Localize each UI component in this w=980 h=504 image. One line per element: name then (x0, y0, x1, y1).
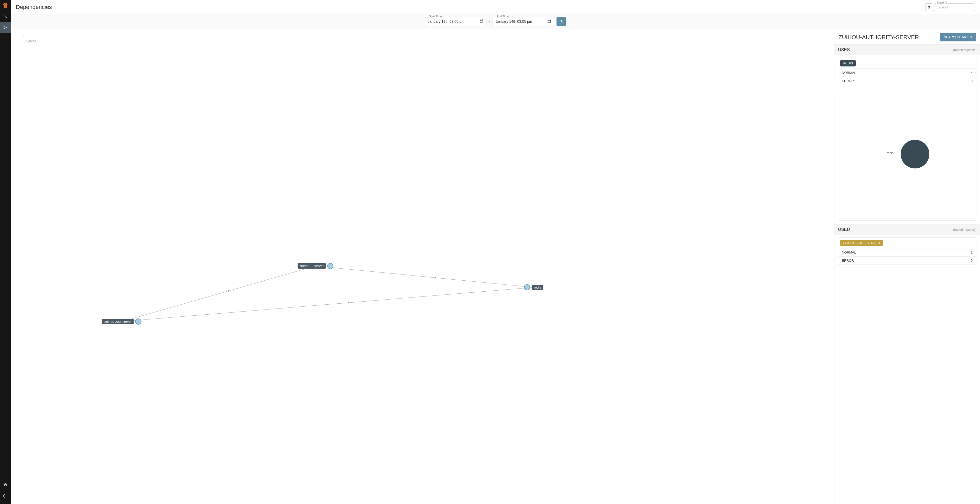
graph-node-auth[interactable]: zuihou-...-server (298, 263, 333, 269)
error-value: 0 (935, 257, 976, 265)
sidebar (0, 0, 11, 504)
graph-node-zuul[interactable]: zuihou-zuul-server (102, 319, 142, 325)
uses-title: USES (838, 47, 953, 52)
used-service-chip[interactable]: ZUIHOU-ZUUL-SERVER (840, 240, 883, 246)
svg-line-5 (315, 266, 534, 287)
main: Dependencies Trace ID Start Time January… (11, 0, 980, 504)
svg-line-7 (122, 287, 533, 322)
header: Dependencies Trace ID (11, 0, 980, 14)
detail-panel: ZUIHOU-AUTHORITY-SERVER SEARCH TRACES US… (834, 29, 980, 504)
table-row: NORMAL 4 (838, 69, 976, 77)
search-nav-icon[interactable] (0, 11, 11, 22)
start-time-label: Start Time (428, 15, 443, 18)
service-select-placeholder: Select... (26, 39, 67, 43)
calendar-icon (547, 19, 551, 24)
graph-node-label: zuihou-zuul-server (102, 319, 134, 324)
table-row: ERROR 0 (838, 257, 976, 265)
end-time-value: January 14th 03:05 pm (495, 19, 532, 24)
graph-node-circle (135, 319, 142, 325)
uses-service-chip[interactable]: REDIS (840, 60, 856, 67)
svg-point-1 (3, 29, 4, 29)
error-label: ERROR (838, 77, 935, 85)
graph-node-label: redis (532, 285, 543, 290)
chevron-down-icon (72, 39, 75, 44)
time-range-bar: Start Time January 13th 03:05 pm - End T… (11, 14, 980, 29)
graph-node-redis[interactable]: redis (524, 284, 543, 290)
svg-point-0 (3, 26, 4, 27)
home-nav-icon[interactable] (0, 479, 11, 490)
start-time-input[interactable]: January 13th 03:05 pm (425, 17, 487, 26)
trace-id-input[interactable] (934, 3, 975, 11)
error-label: ERROR (838, 257, 935, 265)
normal-value: 1 (935, 249, 976, 257)
calendar-icon (479, 19, 484, 24)
end-time-label: End Time (496, 15, 509, 18)
body: Select... zuihou-zuul-serverzuihou-...-s… (11, 29, 980, 504)
graph-node-circle (327, 263, 333, 269)
upload-icon (927, 5, 931, 9)
end-time-input[interactable]: January 14th 03:05 pm (493, 17, 554, 26)
run-query-button[interactable] (557, 17, 566, 26)
normal-label: NORMAL (838, 249, 935, 257)
used-title: USED (838, 227, 953, 232)
page-title: Dependencies (16, 4, 925, 11)
used-hint: (traced requests) (953, 228, 977, 231)
error-value: 0 (935, 77, 976, 85)
normal-label: NORMAL (838, 69, 935, 77)
selected-service-name: ZUIHOU-AUTHORITY-SERVER (838, 34, 937, 41)
uses-hint: (traced requests) (953, 48, 977, 52)
svg-point-4 (228, 290, 229, 292)
trace-id-area: Trace ID (925, 3, 975, 11)
table-row: NORMAL 1 (838, 249, 976, 257)
search-traces-button[interactable]: SEARCH TRACES (940, 33, 976, 41)
pie-slice-label: redis (887, 151, 894, 155)
dependencies-nav-icon[interactable] (0, 22, 11, 33)
service-select[interactable]: Select... (23, 36, 78, 46)
github-nav-icon[interactable] (0, 490, 11, 501)
trace-id-label: Trace ID (936, 1, 948, 4)
normal-value: 4 (935, 69, 976, 77)
uses-card: REDIS NORMAL 4 ERROR 0 (838, 58, 977, 85)
svg-line-3 (122, 266, 315, 322)
zipkin-logo[interactable] (0, 0, 11, 11)
table-row: ERROR 0 (838, 77, 976, 85)
dependency-graph[interactable]: Select... zuihou-zuul-serverzuihou-...-s… (11, 29, 834, 504)
search-icon (559, 19, 563, 24)
used-section: USED (traced requests) ZUIHOU-ZUUL-SERVE… (834, 224, 980, 265)
graph-node-label: zuihou-...-server (298, 263, 326, 269)
start-time-value: January 13th 03:05 pm (428, 19, 465, 24)
time-range-separator: - (489, 19, 490, 24)
upload-trace-button[interactable] (925, 3, 933, 11)
svg-point-8 (348, 302, 349, 303)
svg-point-6 (435, 277, 436, 278)
uses-section: USES (traced requests) REDIS NORMAL 4 ER… (834, 44, 980, 220)
graph-node-circle (524, 284, 530, 290)
svg-point-2 (6, 27, 7, 28)
uses-pie-chart: redis (838, 88, 977, 220)
svg-point-9 (900, 140, 929, 168)
used-card: ZUIHOU-ZUUL-SERVER NORMAL 1 ERROR 0 (838, 238, 977, 265)
